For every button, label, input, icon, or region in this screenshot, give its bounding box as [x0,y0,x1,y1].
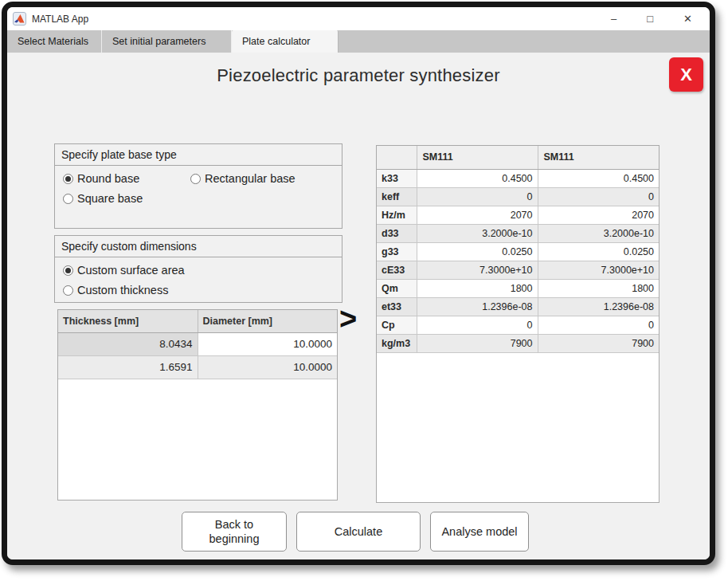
column-header-diameter: Diameter [mm] [198,310,337,332]
cell-value[interactable]: 7900 [417,334,538,352]
cell-value[interactable]: 1800 [417,279,538,297]
close-window-icon[interactable]: ✕ [683,7,692,30]
window-title: MATLAB App [32,14,88,25]
table-row-d33: d33 3.2000e-10 3.2000e-10 [377,224,659,242]
cell-value[interactable]: 0.0250 [538,242,659,261]
cell-value[interactable]: 3.2000e-10 [417,224,538,242]
cell-value[interactable]: 0 [417,187,538,206]
table-row-ce33: cE33 7.3000e+10 7.3000e+10 [377,261,659,279]
base-type-panel-title: Specify plate base type [55,144,342,166]
cell-value[interactable]: 1.2396e-08 [417,297,538,316]
base-type-panel: Specify plate base type Round base Recta… [54,143,342,229]
radio-label: Round base [77,172,139,185]
cell-value[interactable]: 2070 [417,206,538,224]
matlab-app-window: MATLAB App – □ ✕ Select Materials Set in… [7,7,710,559]
radio-custom-thickness[interactable]: Custom thickness [63,284,168,296]
row-label: Hz/m [377,206,417,224]
radio-custom-surface-area[interactable]: Custom surface area [63,264,185,277]
tab-bar: Select Materials Set initial parameters … [7,30,710,53]
page-title: Piezoelectric parameter synthesizer [7,65,710,86]
row-label: et33 [377,297,417,316]
window-frame: MATLAB App – □ ✕ Select Materials Set in… [2,2,715,565]
radio-label: Custom surface area [77,264,185,277]
radio-button-icon [190,174,201,184]
cell-value[interactable]: 7.3000e+10 [538,261,659,279]
row-label: d33 [377,224,417,242]
table-row: 1.6591 10.0000 [58,355,337,379]
tab-select-materials[interactable]: Select Materials [7,30,102,53]
window-controls: – □ ✕ [611,7,702,30]
cell-value[interactable]: 0 [538,316,659,334]
radio-label: Custom thickness [77,284,168,296]
table-row-cp: Cp 0 0 [377,316,659,334]
cell-value[interactable]: 0.4500 [417,169,538,187]
radio-button-icon [63,265,73,276]
row-label: g33 [377,242,417,261]
cell-value[interactable]: 0.0250 [417,242,538,261]
radio-square-base[interactable]: Square base [63,192,143,205]
table-row-g33: g33 0.0250 0.0250 [377,242,659,261]
radio-button-icon [63,285,73,296]
column-header-sm111-1: SM111 [417,146,538,169]
row-label: k33 [377,169,417,187]
custom-dimensions-panel-title: Specify custom dimensions [55,236,342,257]
cell-value[interactable]: 3.2000e-10 [538,224,659,242]
radio-button-icon [63,174,73,184]
custom-dimensions-panel: Specify custom dimensions Custom surface… [54,235,342,303]
row-label: Qm [377,279,417,297]
corner-cell [377,146,417,169]
calculate-button[interactable]: Calculate [296,512,421,552]
table-row: 8.0434 10.0000 [58,332,337,355]
cell-value[interactable]: 7.3000e+10 [417,261,538,279]
tab-plate-calculator[interactable]: Plate calculator [232,30,339,53]
cell-thickness-0[interactable]: 8.0434 [58,332,198,355]
dimensions-table: Thickness [mm] Diameter [mm] 8.0434 10.0… [57,309,338,501]
maximize-icon[interactable]: □ [647,7,653,30]
cell-diameter-1[interactable]: 10.0000 [198,355,337,379]
table-header-row: Thickness [mm] Diameter [mm] [58,310,337,332]
radio-rectangular-base[interactable]: Rectangular base [190,172,296,185]
row-label: Cp [377,316,417,334]
cell-value[interactable]: 0.4500 [538,169,659,187]
table-row-kgm3: kg/m3 7900 7900 [377,334,659,352]
cell-value[interactable]: 7900 [538,334,659,352]
radio-label: Rectangular base [205,172,296,185]
back-to-beginning-button[interactable]: Back to beginning [182,512,287,552]
minimize-icon[interactable]: – [611,7,616,30]
matlab-logo-icon [13,12,26,26]
tab-set-initial-parameters[interactable]: Set initial parameters [102,30,232,53]
analyse-model-button[interactable]: Analyse model [430,512,529,552]
results-table: SM111 SM111 k33 0.4500 0.4500 keff [376,145,660,503]
table-row-k33: k33 0.4500 0.4500 [377,169,659,187]
table-row-keff: keff 0 0 [377,187,659,206]
cell-thickness-1[interactable]: 1.6591 [58,355,198,379]
cell-value[interactable]: 0 [538,187,659,206]
title-bar: MATLAB App – □ ✕ [7,7,710,30]
table-row-et33: et33 1.2396e-08 1.2396e-08 [377,297,659,316]
cell-diameter-0[interactable]: 10.0000 [198,332,337,355]
greater-than-arrow-icon: > [339,302,357,336]
column-header-thickness: Thickness [mm] [58,310,198,332]
radio-button-icon [63,194,73,204]
row-label: kg/m3 [377,334,417,352]
cell-value[interactable]: 2070 [538,206,659,224]
table-row-hzm: Hz/m 2070 2070 [377,206,659,224]
radio-round-base[interactable]: Round base [63,172,190,185]
column-header-sm111-2: SM111 [538,146,659,169]
row-label: cE33 [377,261,417,279]
screenshot-stage: MATLAB App – □ ✕ Select Materials Set in… [0,0,728,581]
tab-content-plate-calculator: Piezoelectric parameter synthesizer X Sp… [7,53,710,559]
cell-value[interactable]: 0 [417,316,538,334]
radio-label: Square base [77,192,143,205]
table-row-qm: Qm 1800 1800 [377,279,659,297]
cell-value[interactable]: 1.2396e-08 [538,297,659,316]
close-app-button[interactable]: X [669,57,703,92]
cell-value[interactable]: 1800 [538,279,659,297]
table-header-row: SM111 SM111 [377,146,659,169]
row-label: keff [377,187,417,206]
